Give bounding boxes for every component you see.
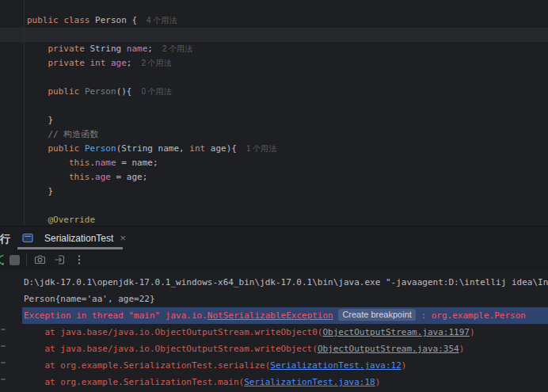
text-token: : org.example.Person bbox=[416, 310, 526, 321]
text-token: ; bbox=[147, 44, 153, 54]
usages-inlay-hint[interactable]: 2 个用法 bbox=[162, 44, 192, 53]
code-editor[interactable]: public class Person {4 个用法 private Strin… bbox=[0, 0, 548, 226]
code-line: } bbox=[27, 113, 548, 127]
text-token: Exception in thread "main" java.io. bbox=[24, 310, 207, 321]
text-token: } bbox=[27, 186, 53, 196]
text-token: public bbox=[48, 143, 80, 154]
text-token: int bbox=[189, 143, 205, 154]
code-line: public class Person {4 个用法 bbox=[27, 13, 548, 28]
text-token: at org.example.SerializationTest.seriali… bbox=[24, 360, 270, 371]
text-token: Person bbox=[85, 86, 116, 97]
text-token: age bbox=[111, 58, 127, 68]
text-token: (String name, bbox=[116, 143, 190, 154]
text-token: name bbox=[95, 158, 116, 168]
text-token: Person bbox=[85, 143, 116, 154]
text-token bbox=[27, 172, 69, 182]
text-token: } bbox=[27, 115, 53, 125]
text-token: ) bbox=[459, 344, 465, 354]
run-tab-bar: 行 SerializationTest × bbox=[0, 226, 548, 249]
text-token: at java.base/java.io.ObjectOutputStream.… bbox=[24, 327, 323, 337]
text-token: Person{name='aa', age=22} bbox=[24, 294, 155, 304]
stacktrace-link[interactable]: ObjectOutputStream.java:354 bbox=[318, 344, 459, 354]
code-line bbox=[27, 70, 548, 85]
tool-window-title: 行 bbox=[0, 232, 10, 246]
stacktrace-link[interactable]: NotSerializableException bbox=[207, 310, 333, 321]
text-token: @Override bbox=[48, 215, 96, 225]
text-token: private bbox=[48, 44, 85, 54]
usages-inlay-hint[interactable]: 2 个用法 bbox=[141, 59, 171, 67]
fold-marker[interactable] bbox=[1, 379, 6, 380]
text-token: ) bbox=[401, 360, 407, 371]
stacktrace-link[interactable]: SerializationTest.java:18 bbox=[244, 377, 375, 387]
ide-window: public class Person {4 个用法 private Strin… bbox=[0, 0, 548, 392]
fold-marker[interactable] bbox=[1, 345, 6, 347]
text-token: = name; bbox=[116, 158, 158, 168]
console-line: at org.example.SerializationTest.seriali… bbox=[22, 357, 548, 374]
text-token: String bbox=[85, 44, 127, 54]
text-token: public bbox=[48, 86, 80, 97]
text-token bbox=[27, 58, 48, 68]
console-tab-icon bbox=[22, 233, 33, 243]
usages-inlay-hint[interactable]: 0 个用法 bbox=[142, 87, 172, 96]
text-token: age){ bbox=[205, 143, 237, 154]
toolbar-divider bbox=[26, 253, 27, 266]
run-console[interactable]: D:\jdk-17.0.1\openjdk-17.0.1_windows-x64… bbox=[0, 271, 548, 392]
text-token: this bbox=[69, 172, 90, 182]
text-token bbox=[27, 129, 48, 139]
console-line: at java.base/java.io.ObjectOutputStream.… bbox=[22, 341, 548, 357]
more-options-icon[interactable] bbox=[73, 253, 86, 266]
text-token: Person { bbox=[90, 15, 138, 25]
code-line: // 构造函数 bbox=[27, 127, 548, 142]
code-line: this.age = age; bbox=[27, 170, 548, 185]
tab-serializationtest[interactable]: SerializationTest × bbox=[17, 226, 131, 249]
rerun-icon[interactable] bbox=[0, 253, 5, 266]
text-token bbox=[79, 86, 85, 97]
code-line bbox=[27, 28, 548, 42]
text-token: (){ bbox=[116, 86, 132, 97]
text-token: at org.example.SerializationTest.main( bbox=[24, 377, 244, 387]
create-breakpoint-chip[interactable]: Create breakpoint bbox=[338, 309, 415, 321]
tab-label: SerializationTest bbox=[44, 233, 113, 244]
console-line: D:\jdk-17.0.1\openjdk-17.0.1_windows-x64… bbox=[22, 274, 548, 291]
text-token: class bbox=[63, 15, 89, 25]
detach-console-icon[interactable] bbox=[53, 253, 67, 266]
text-token bbox=[105, 58, 111, 68]
text-token: private bbox=[48, 58, 85, 68]
thread-dump-icon[interactable] bbox=[33, 253, 47, 266]
text-token: age bbox=[95, 172, 111, 182]
text-token: public bbox=[27, 15, 59, 25]
code-line: } bbox=[27, 185, 548, 199]
fold-marker[interactable] bbox=[1, 362, 6, 363]
text-token bbox=[333, 310, 339, 321]
usages-inlay-hint[interactable]: 1 个用法 bbox=[246, 144, 276, 153]
run-toolbar bbox=[0, 249, 548, 270]
close-tab-icon[interactable]: × bbox=[120, 232, 126, 244]
console-gutter bbox=[0, 271, 22, 392]
text-token: // 构造函数 bbox=[48, 129, 99, 139]
console-line: at org.example.SerializationTest.main(Se… bbox=[22, 374, 548, 390]
stacktrace-link[interactable]: SerializationTest.java:12 bbox=[270, 360, 401, 371]
stop-icon[interactable] bbox=[10, 255, 20, 265]
text-token bbox=[27, 143, 48, 154]
code-line bbox=[27, 99, 548, 113]
code-line bbox=[27, 199, 548, 213]
text-token: ; bbox=[127, 58, 132, 68]
text-token: name bbox=[127, 44, 148, 54]
code-line: public Person(){0 个用法 bbox=[27, 85, 548, 99]
text-token bbox=[79, 143, 85, 154]
code-lines: public class Person {4 个用法 private Strin… bbox=[0, 0, 548, 226]
code-line: private String name;2 个用法 bbox=[27, 42, 548, 56]
console-line: Exception in thread "main" java.io.NotSe… bbox=[22, 307, 548, 324]
code-line: public Person(String name, int age){1 个用… bbox=[27, 142, 548, 156]
text-token: at java.base/java.io.ObjectOutputStream.… bbox=[24, 344, 318, 354]
console-line: at java.base/java.io.ObjectOutputStream.… bbox=[22, 324, 548, 341]
usages-inlay-hint[interactable]: 4 个用法 bbox=[147, 16, 177, 25]
stacktrace-link[interactable]: ObjectOutputStream.java:1197 bbox=[323, 327, 470, 337]
text-token: D:\jdk-17.0.1\openjdk-17.0.1_windows-x64… bbox=[24, 277, 548, 287]
fold-marker[interactable] bbox=[1, 329, 6, 330]
text-token: this bbox=[69, 158, 90, 168]
text-token: ) bbox=[375, 377, 381, 387]
code-line: this.name = name; bbox=[27, 156, 548, 170]
console-output: D:\jdk-17.0.1\openjdk-17.0.1_windows-x64… bbox=[22, 274, 548, 390]
run-tool-window: 行 SerializationTest × bbox=[0, 226, 548, 392]
